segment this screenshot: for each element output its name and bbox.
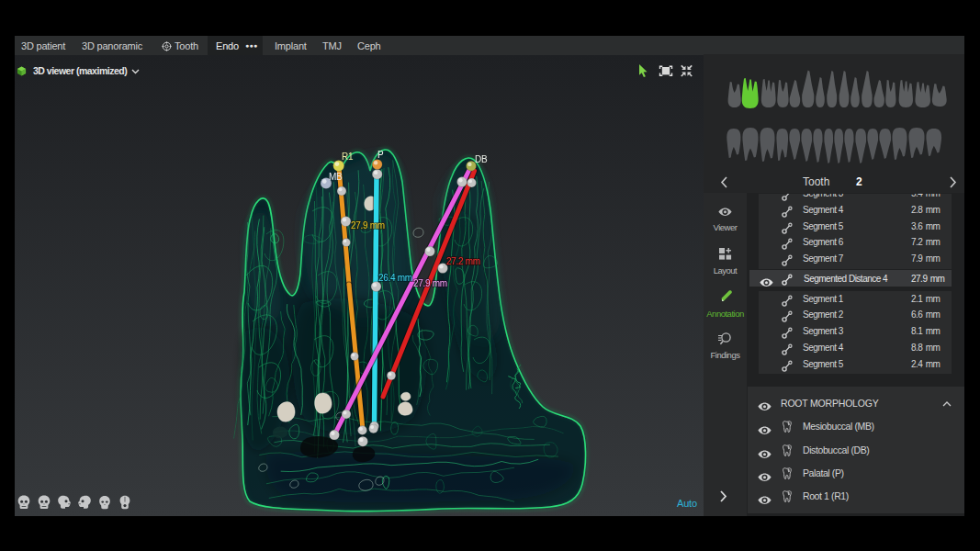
svg-text:27.2 mm: 27.2 mm [446,256,480,266]
svg-text:R1: R1 [342,152,354,162]
svg-text:MB: MB [329,172,343,182]
svg-text:27.9 mm: 27.9 mm [351,220,385,231]
svg-text:26.4 mm: 26.4 mm [378,273,412,283]
svg-text:DB: DB [475,154,488,164]
svg-text:27.9 mm: 27.9 mm [413,278,447,288]
svg-text:P: P [377,150,384,160]
